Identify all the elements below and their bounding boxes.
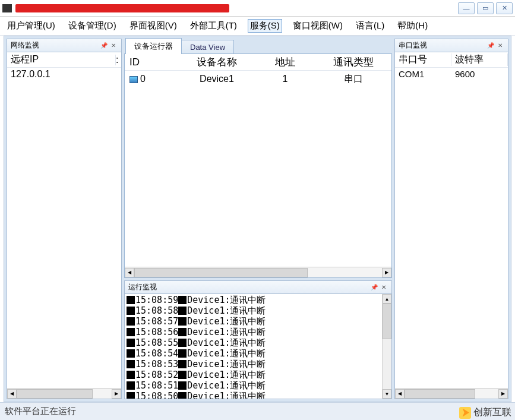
- col-name[interactable]: 设备名称: [178, 55, 255, 69]
- log-line: 15:08:57Device1:通讯中断: [127, 316, 390, 327]
- close-button[interactable]: ✕: [496, 2, 513, 14]
- log-line: 15:08:59Device1:通讯中断: [127, 295, 390, 305]
- monitor-icon: [129, 76, 138, 83]
- close-icon[interactable]: ✕: [380, 283, 388, 292]
- network-panel-title: 网络监视: [11, 40, 99, 50]
- close-icon[interactable]: ✕: [109, 42, 118, 50]
- titlebar: — ▭ ✕: [0, 0, 515, 17]
- log-line: 15:08:55Device1:通讯中断: [127, 337, 390, 348]
- brand-logo-icon: [459, 407, 471, 419]
- scroll-thumb[interactable]: [383, 304, 391, 339]
- app-icon: [2, 4, 12, 12]
- menu-ext-tools[interactable]: 外部工具(T): [188, 19, 239, 33]
- network-header: 远程IP :: [7, 52, 121, 68]
- menubar: 用户管理(U) 设备管理(D) 界面视图(V) 外部工具(T) 服务(S) 窗口…: [0, 17, 515, 36]
- scroll-left-icon[interactable]: ◀: [7, 389, 17, 399]
- close-icon[interactable]: ✕: [496, 42, 504, 50]
- brand-text: 创新互联: [473, 406, 511, 419]
- tab-devices[interactable]: 设备运行器: [125, 38, 182, 54]
- network-panel: 网络监视 📌 ✕ 远程IP : 127.0.0.1 ◀ ▶: [7, 39, 122, 399]
- menu-services[interactable]: 服务(S): [248, 19, 282, 33]
- scroll-up-icon[interactable]: ▲: [383, 294, 391, 304]
- statusbar: 软件平台正在运行: [0, 402, 515, 420]
- menu-help[interactable]: 帮助(H): [395, 19, 430, 33]
- title-redacted: [15, 4, 229, 12]
- log-line: 15:08:51Device1:通讯中断: [127, 380, 390, 391]
- scroll-left-icon[interactable]: ◀: [125, 268, 134, 277]
- minimize-button[interactable]: —: [458, 2, 475, 14]
- maximize-button[interactable]: ▭: [477, 2, 494, 14]
- log-line: 15:08:50Device1:通讯中断: [127, 391, 390, 399]
- menu-language[interactable]: 语言(L): [353, 19, 387, 33]
- menu-user-mgmt[interactable]: 用户管理(U): [5, 19, 58, 33]
- serial-panel-title: 串口监视: [399, 40, 485, 50]
- col-port[interactable]: 串口号: [395, 53, 451, 66]
- scroll-track[interactable]: [134, 268, 382, 277]
- log-line: 15:08:56Device1:通讯中断: [127, 327, 390, 337]
- serial-row[interactable]: COM1 9600: [395, 68, 508, 80]
- scroll-right-icon[interactable]: ▶: [498, 389, 508, 399]
- vertical-scrollbar[interactable]: ▲ ▼: [382, 294, 391, 399]
- pin-icon[interactable]: 📌: [370, 283, 378, 292]
- workspace: 网络监视 📌 ✕ 远程IP : 127.0.0.1 ◀ ▶ 设备运行器: [4, 36, 511, 402]
- scroll-track[interactable]: [405, 389, 498, 399]
- network-row[interactable]: 127.0.0.1: [7, 68, 121, 81]
- scroll-right-icon[interactable]: ▶: [382, 268, 391, 277]
- col-remote-ip[interactable]: 远程IP: [7, 53, 115, 66]
- menu-ui-view[interactable]: 界面视图(V): [127, 19, 179, 33]
- status-text: 软件平台正在运行: [5, 406, 76, 417]
- scroll-down-icon[interactable]: ▼: [383, 389, 391, 399]
- scroll-left-icon[interactable]: ◀: [395, 389, 405, 399]
- tab-dataview[interactable]: Data View: [181, 40, 234, 54]
- menu-window-view[interactable]: 窗口视图(W): [290, 19, 345, 33]
- scroll-track[interactable]: [17, 389, 112, 399]
- runlog-list[interactable]: 15:08:59Device1:通讯中断15:08:58Device1:通讯中断…: [125, 295, 391, 399]
- log-line: 15:08:53Device1:通讯中断: [127, 359, 390, 370]
- pin-icon[interactable]: 📌: [100, 42, 108, 50]
- device-row[interactable]: 0 Device1 1 串口: [125, 71, 391, 87]
- runlog-title: 运行监视: [128, 282, 369, 292]
- log-line: 15:08:58Device1:通讯中断: [127, 305, 390, 316]
- log-line: 15:08:52Device1:通讯中断: [127, 370, 390, 380]
- col-addr[interactable]: 地址: [255, 55, 315, 69]
- col-comm[interactable]: 通讯类型: [315, 55, 391, 69]
- log-line: 15:08:54Device1:通讯中断: [127, 348, 390, 359]
- tabstrip: 设备运行器 Data View: [124, 39, 392, 54]
- serial-panel: 串口监视 📌 ✕ 串口号 波特率 COM1 9600 ◀ ▶: [394, 39, 508, 399]
- col-baud[interactable]: 波特率: [451, 53, 508, 66]
- device-table: ID 设备名称 地址 通讯类型 0 Device1 1 串口 ◀ ▶: [124, 53, 392, 278]
- center-top: 设备运行器 Data View ID 设备名称 地址 通讯类型 0 Device…: [124, 39, 392, 278]
- col-id[interactable]: ID: [125, 56, 178, 68]
- runlog-panel: 运行监视 📌 ✕ 15:08:59Device1:通讯中断15:08:58Dev…: [124, 280, 392, 399]
- brand-watermark: 创新互联: [459, 406, 511, 419]
- menu-device-mgmt[interactable]: 设备管理(D): [66, 19, 119, 33]
- scroll-right-icon[interactable]: ▶: [112, 389, 121, 399]
- pin-icon[interactable]: 📌: [486, 42, 495, 50]
